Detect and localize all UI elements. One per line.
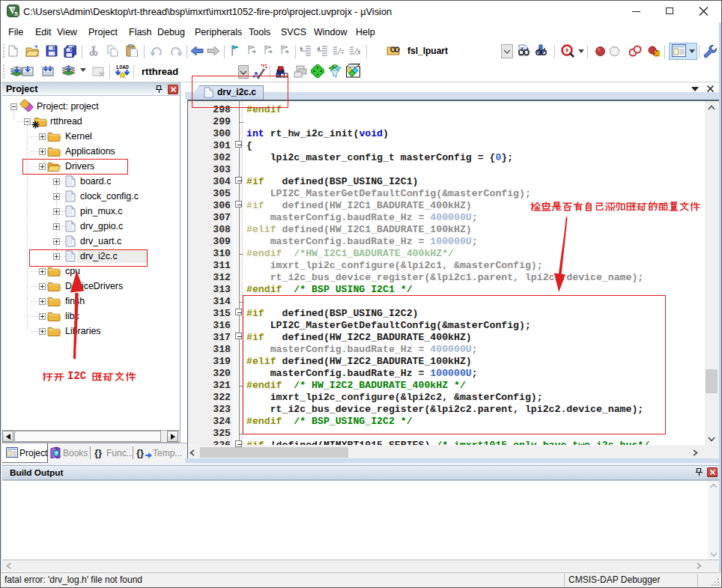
svg-text:/=: /= — [337, 46, 344, 57]
svg-text:5: 5 — [14, 10, 18, 17]
svg-text:?: ? — [55, 450, 58, 457]
svg-text:LOAD: LOAD — [116, 64, 129, 70]
svg-text:/x: /x — [354, 46, 360, 57]
